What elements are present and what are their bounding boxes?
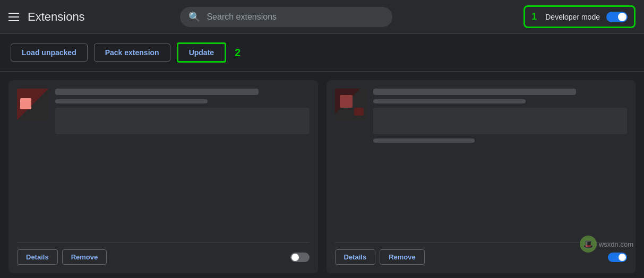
ext-footer-1: Details Remove <box>17 242 310 265</box>
ext-footer-buttons-2: Details Remove <box>335 249 425 265</box>
ext-toggle-2[interactable] <box>608 253 627 262</box>
remove-button-2[interactable]: Remove <box>380 249 425 265</box>
details-button-2[interactable]: Details <box>335 249 376 265</box>
header-left: Extensions <box>8 10 115 24</box>
ext-version-blur-2 <box>373 99 526 103</box>
pack-extension-button[interactable]: Pack extension <box>94 44 170 62</box>
badge-1: 1 <box>531 11 537 22</box>
search-bar: 🔍 <box>180 7 392 27</box>
ext-icon-2 <box>335 89 367 120</box>
update-button[interactable]: Update <box>177 42 226 63</box>
ext-card-body-2 <box>335 89 628 236</box>
ext-footer-buttons-1: Details Remove <box>17 249 107 265</box>
search-icon: 🔍 <box>188 11 200 23</box>
developer-mode-label: Developer mode <box>545 13 600 21</box>
watermark-text: wsxdn.com <box>599 240 633 248</box>
watermark: 🎩 wsxdn.com <box>580 236 633 253</box>
ext-version-blur-1 <box>55 99 208 103</box>
page-title: Extensions <box>28 10 85 24</box>
watermark-icon: 🎩 <box>580 236 597 253</box>
extension-card-1: Details Remove <box>8 80 318 273</box>
load-unpacked-button[interactable]: Load unpacked <box>11 44 88 62</box>
ext-toggle-thumb-1 <box>291 254 299 261</box>
ext-toggle-1[interactable] <box>290 253 310 262</box>
developer-mode-section: 1 Developer mode <box>523 5 636 28</box>
ext-name-blur-2 <box>373 89 577 95</box>
search-input[interactable] <box>207 12 384 22</box>
ext-info-1 <box>55 89 310 236</box>
remove-button-1[interactable]: Remove <box>62 249 107 265</box>
ext-desc-blur-1 <box>55 108 310 134</box>
ext-icon-1 <box>17 89 49 120</box>
header: Extensions 🔍 1 Developer mode <box>0 0 644 34</box>
ext-info-2 <box>373 89 628 236</box>
toolbar: Load unpacked Pack extension Update 2 <box>0 34 644 72</box>
badge-2: 2 <box>235 47 241 59</box>
ext-toggle-thumb-2 <box>619 254 626 261</box>
toggle-thumb <box>618 13 626 21</box>
ext-icon-area-1 <box>17 89 49 120</box>
ext-card-body-1 <box>17 89 310 236</box>
hamburger-icon[interactable] <box>8 13 19 21</box>
ext-desc-blur-2 <box>373 108 628 134</box>
extensions-grid: Details Remove <box>8 80 636 273</box>
developer-mode-toggle[interactable] <box>606 12 628 22</box>
ext-icon-area-2 <box>335 89 367 120</box>
details-button-1[interactable]: Details <box>17 249 58 265</box>
ext-name-blur-1 <box>55 89 259 95</box>
ext-extra-blur-2 <box>373 138 475 143</box>
main-content: Details Remove <box>0 72 644 278</box>
